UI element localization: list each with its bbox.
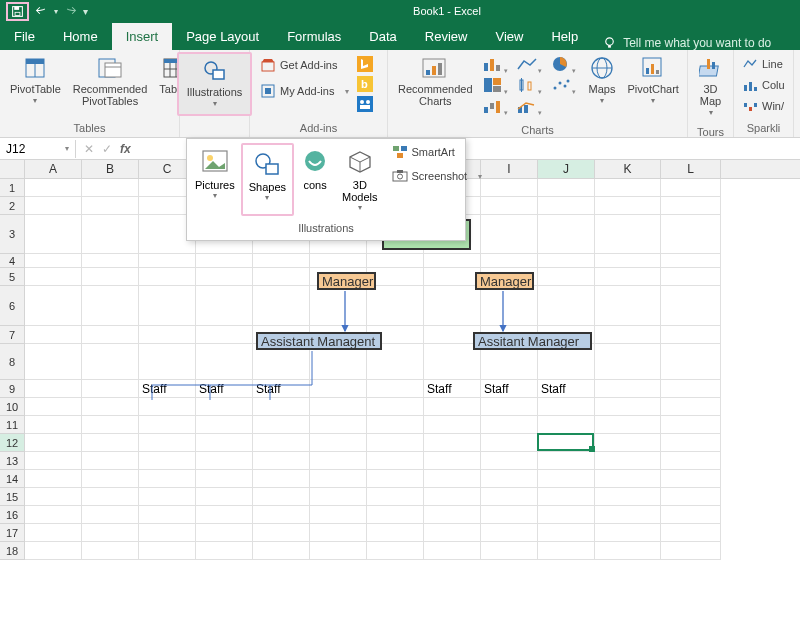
- people-graph-icon[interactable]: [357, 96, 373, 114]
- cell-E11[interactable]: [253, 416, 310, 434]
- shapes-button[interactable]: Shapes▾: [241, 143, 294, 216]
- cell-A12[interactable]: [25, 434, 82, 452]
- org-asstmgr1-box[interactable]: Assistant Managent: [256, 332, 382, 350]
- cell-F16[interactable]: [310, 506, 367, 524]
- cell-E13[interactable]: [253, 452, 310, 470]
- org-asstmgr2-box[interactable]: Assitant Manager: [473, 332, 592, 350]
- cell-D18[interactable]: [196, 542, 253, 560]
- tab-home[interactable]: Home: [49, 23, 112, 50]
- sparkline-column-button[interactable]: Colu: [740, 76, 787, 94]
- cell-J6[interactable]: [538, 286, 595, 326]
- cell-E14[interactable]: [253, 470, 310, 488]
- cell-B2[interactable]: [82, 197, 139, 215]
- cell-K13[interactable]: [595, 452, 661, 470]
- cell-D12[interactable]: [196, 434, 253, 452]
- cell-L2[interactable]: [661, 197, 721, 215]
- cell-I9[interactable]: Staff: [481, 380, 538, 398]
- cell-L13[interactable]: [661, 452, 721, 470]
- cell-C4[interactable]: [139, 254, 196, 268]
- column-header-K[interactable]: K: [595, 160, 661, 178]
- row-header-18[interactable]: 18: [0, 542, 25, 560]
- cell-J17[interactable]: [538, 524, 595, 542]
- cell-D15[interactable]: [196, 488, 253, 506]
- pivotchart-button[interactable]: PivotChart▾: [622, 52, 685, 110]
- sparkline-winloss-button[interactable]: Win/: [740, 97, 787, 115]
- row-header-10[interactable]: 10: [0, 398, 25, 416]
- cell-A15[interactable]: [25, 488, 82, 506]
- cell-C14[interactable]: [139, 470, 196, 488]
- cell-I3[interactable]: [481, 215, 538, 254]
- cell-G9[interactable]: [367, 380, 424, 398]
- cell-J15[interactable]: [538, 488, 595, 506]
- cell-A7[interactable]: [25, 326, 82, 344]
- cell-G15[interactable]: [367, 488, 424, 506]
- cell-G4[interactable]: [367, 254, 424, 268]
- cell-I16[interactable]: [481, 506, 538, 524]
- column-chart-icon[interactable]: ▾: [482, 55, 512, 75]
- cell-D7[interactable]: [196, 326, 253, 344]
- cell-F11[interactable]: [310, 416, 367, 434]
- cell-L5[interactable]: [661, 268, 721, 286]
- row-header-11[interactable]: 11: [0, 416, 25, 434]
- cell-E10[interactable]: [253, 398, 310, 416]
- select-all-button[interactable]: [0, 160, 25, 178]
- cell-I14[interactable]: [481, 470, 538, 488]
- cell-H13[interactable]: [424, 452, 481, 470]
- cell-C8[interactable]: [139, 344, 196, 380]
- cell-L15[interactable]: [661, 488, 721, 506]
- row-header-1[interactable]: 1: [0, 179, 25, 197]
- cell-D6[interactable]: [196, 286, 253, 326]
- cell-L16[interactable]: [661, 506, 721, 524]
- cell-G12[interactable]: [367, 434, 424, 452]
- stats-chart-icon[interactable]: ▾: [516, 76, 546, 96]
- cell-I12[interactable]: [481, 434, 538, 452]
- cell-A3[interactable]: [25, 215, 82, 254]
- cell-B16[interactable]: [82, 506, 139, 524]
- cell-F14[interactable]: [310, 470, 367, 488]
- cancel-icon[interactable]: ✕: [84, 142, 94, 156]
- cell-H10[interactable]: [424, 398, 481, 416]
- cell-L7[interactable]: [661, 326, 721, 344]
- cell-H11[interactable]: [424, 416, 481, 434]
- cell-C7[interactable]: [139, 326, 196, 344]
- cell-K12[interactable]: [595, 434, 661, 452]
- pie-chart-icon[interactable]: ▾: [550, 55, 580, 75]
- cell-D17[interactable]: [196, 524, 253, 542]
- org-manager1-box[interactable]: Manager: [317, 272, 376, 290]
- cell-F15[interactable]: [310, 488, 367, 506]
- row-header-8[interactable]: 8: [0, 344, 25, 380]
- cell-H14[interactable]: [424, 470, 481, 488]
- cell-B13[interactable]: [82, 452, 139, 470]
- cell-H4[interactable]: [424, 254, 481, 268]
- qat-dropdown-icon[interactable]: ▾: [54, 7, 58, 16]
- cell-E18[interactable]: [253, 542, 310, 560]
- cell-D5[interactable]: [196, 268, 253, 286]
- cell-C9[interactable]: Staff: [139, 380, 196, 398]
- cell-H12[interactable]: [424, 434, 481, 452]
- cell-E5[interactable]: [253, 268, 310, 286]
- cell-I11[interactable]: [481, 416, 538, 434]
- cell-A5[interactable]: [25, 268, 82, 286]
- column-header-J[interactable]: J: [538, 160, 595, 178]
- cell-K1[interactable]: [595, 179, 661, 197]
- cell-H18[interactable]: [424, 542, 481, 560]
- row-header-13[interactable]: 13: [0, 452, 25, 470]
- cell-J12[interactable]: [538, 434, 595, 452]
- cell-F12[interactable]: [310, 434, 367, 452]
- cell-K15[interactable]: [595, 488, 661, 506]
- save-button[interactable]: [6, 2, 29, 21]
- 3d-map-button[interactable]: 3D Map▾: [693, 52, 729, 122]
- bing-icon[interactable]: [357, 56, 373, 74]
- cell-A14[interactable]: [25, 470, 82, 488]
- cell-J5[interactable]: [538, 268, 595, 286]
- pivottable-button[interactable]: PivotTable▾: [4, 52, 67, 110]
- cell-D4[interactable]: [196, 254, 253, 268]
- cell-E15[interactable]: [253, 488, 310, 506]
- cell-D8[interactable]: [196, 344, 253, 380]
- cell-L6[interactable]: [661, 286, 721, 326]
- cell-E9[interactable]: Staff: [253, 380, 310, 398]
- cell-J4[interactable]: [538, 254, 595, 268]
- cell-H9[interactable]: Staff: [424, 380, 481, 398]
- cell-I2[interactable]: [481, 197, 538, 215]
- cell-B1[interactable]: [82, 179, 139, 197]
